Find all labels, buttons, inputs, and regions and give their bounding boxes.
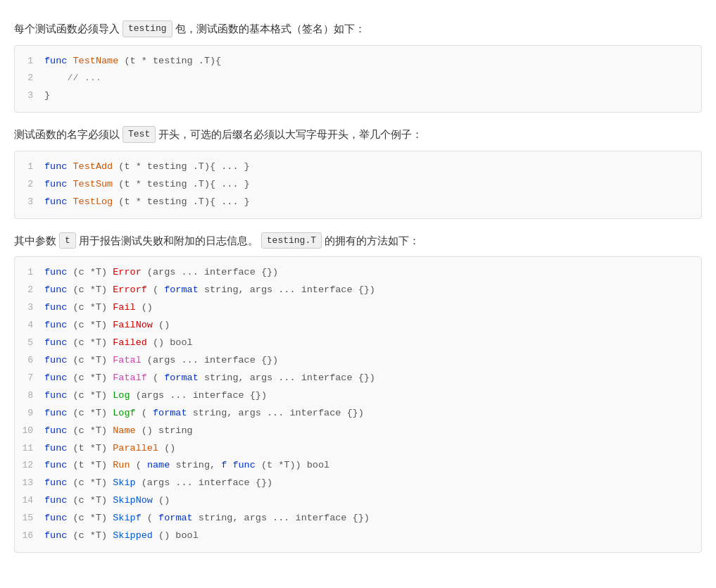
code-line-3-5: 5 func (c *T) Failed () bool <box>15 334 701 352</box>
code-content: func TestSum (t * testing .T){ ... } <box>44 177 250 193</box>
code-block-2: 1 func TestAdd (t * testing .T){ ... } 2… <box>14 151 702 219</box>
intro1-after: 包，测试函数的基本格式（签名）如下： <box>175 20 365 38</box>
code-content: func TestAdd (t * testing .T){ ... } <box>44 159 250 175</box>
code-line-3-3: 3 func (c *T) Fail () <box>15 299 701 317</box>
intro3-middle: 用于报告测试失败和附加的日志信息。 <box>79 232 258 250</box>
intro3-before: 其中参数 <box>14 232 56 250</box>
code-line-3-7: 7 func (c *T) Fatalf ( format string, ar… <box>15 370 701 387</box>
code-line-3-14: 14 func (c *T) SkipNow () <box>15 492 701 510</box>
line-num: 2 <box>15 177 44 192</box>
intro3-code2: testing.T <box>261 232 322 249</box>
code-line-3-12: 12 func (t *T) Run ( name string, f func… <box>15 457 701 475</box>
code-line-1-1: 1 func TestName (t * testing .T){ <box>15 53 701 70</box>
intro2-before: 测试函数的名字必须以 <box>14 125 120 144</box>
intro3-after: 的拥有的方法如下： <box>325 232 420 250</box>
line-num: 1 <box>15 159 44 175</box>
testing-pkg: testing <box>153 56 193 66</box>
comment: // ... <box>44 73 101 83</box>
code-line-3-2: 2 func (c *T) Errorf ( format string, ar… <box>15 282 701 299</box>
code-line-3-4: 4 func (c *T) FailNow () <box>15 317 701 334</box>
code-content: func TestLog (t * testing .T){ ... } <box>44 194 250 211</box>
code-line-3-1: 1 func (c *T) Error (args ... interface … <box>15 264 701 282</box>
code-block-3: 1 func (c *T) Error (args ... interface … <box>14 256 702 553</box>
line-num: 3 <box>15 194 44 210</box>
line-num: 3 <box>15 88 44 104</box>
code-line-2-1: 1 func TestAdd (t * testing .T){ ... } <box>15 158 701 176</box>
intro3-code1: t <box>59 232 76 249</box>
code-line-3-10: 10 func (c *T) Name () string <box>15 423 701 440</box>
line-num: 2 <box>15 70 44 86</box>
code-line-3-8: 8 func (c *T) Log (args ... interface {}… <box>15 387 701 405</box>
line-num: 1 <box>15 54 44 69</box>
intro-line-3: 其中参数 t 用于报告测试失败和附加的日志信息。 testing.T 的拥有的方… <box>14 232 702 250</box>
code-line-1-2: 2 // ... <box>15 70 701 87</box>
intro-line-2: 测试函数的名字必须以 Test 开头，可选的后缀名必须以大写字母开头，举几个例子… <box>14 125 702 144</box>
intro1-code1: testing <box>123 20 172 37</box>
code-line-3-15: 15 func (c *T) Skipf ( format string, ar… <box>15 510 701 527</box>
code-content: // ... <box>44 70 101 87</box>
code-content: } <box>44 88 50 104</box>
kw-func: func <box>44 56 67 66</box>
intro2-after: 开头，可选的后缀名必须以大写字母开头，举几个例子： <box>158 125 422 144</box>
code-block-1: 1 func TestName (t * testing .T){ 2 // .… <box>14 45 702 113</box>
code-line-3-6: 6 func (c *T) Fatal (args ... interface … <box>15 352 701 370</box>
code-line-2-2: 2 func TestSum (t * testing .T){ ... } <box>15 176 701 194</box>
intro1-before: 每个测试函数必须导入 <box>14 20 120 38</box>
intro2-code1: Test <box>123 126 156 143</box>
code-content: func TestName (t * testing .T){ <box>44 54 221 70</box>
code-line-3-11: 11 func (t *T) Parallel () <box>15 440 701 458</box>
code-line-3-16: 16 func (c *T) Skipped () bool <box>15 527 701 545</box>
fn-name: TestName <box>73 56 119 66</box>
code-line-2-3: 3 func TestLog (t * testing .T){ ... } <box>15 194 701 211</box>
intro-line-1: 每个测试函数必须导入 testing 包，测试函数的基本格式（签名）如下： <box>14 20 702 38</box>
code-line-3-9: 9 func (c *T) Logf ( format string, args… <box>15 405 701 423</box>
code-line-1-3: 3 } <box>15 87 701 105</box>
code-line-3-13: 13 func (c *T) Skip (args ... interface … <box>15 475 701 492</box>
